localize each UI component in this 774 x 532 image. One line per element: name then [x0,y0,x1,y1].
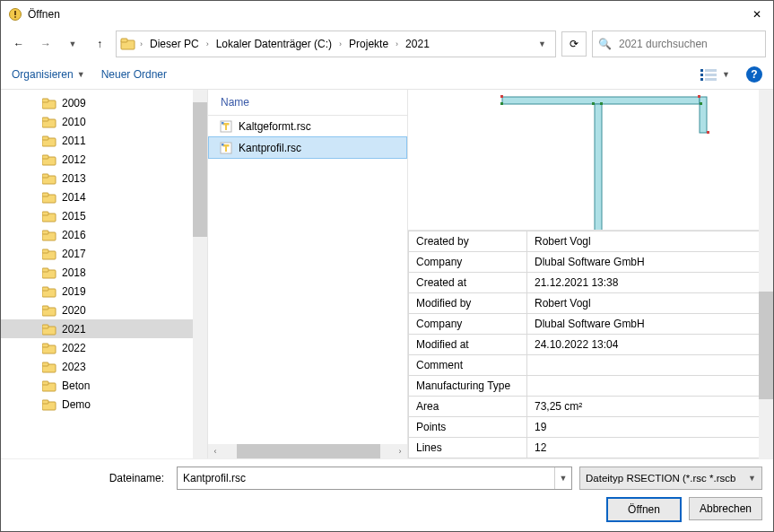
refresh-button[interactable]: ⟳ [561,31,587,57]
tree-item[interactable]: Demo [1,395,207,414]
cancel-button[interactable]: Abbrechen [689,497,762,520]
breadcrumb-segment[interactable]: 2021 [402,36,433,52]
detail-label: Manufacturing Type [409,376,527,397]
address-bar[interactable]: › Dieser PC › Lokaler Datenträger (C:) ›… [116,31,556,57]
detail-row: Created at21.12.2021 13:38 [409,273,773,293]
new-folder-button[interactable]: Neuer Ordner [101,68,167,81]
organize-menu[interactable]: Organisieren ▼ [12,68,85,81]
folder-icon [42,285,57,298]
breadcrumb-segment[interactable]: Projekte [345,36,392,52]
folder-tree: 2009201020112012201320142015201620172018… [1,90,208,458]
detail-value [527,376,773,397]
tree-item[interactable]: 2015 [1,206,207,225]
breadcrumb-segment[interactable]: Lokaler Datenträger (C:) [213,36,335,52]
tree-item-label: 2010 [62,116,86,128]
chevron-right-icon[interactable]: › [204,39,211,48]
detail-row: CompanyDlubal Software GmbH [409,252,773,273]
svg-point-2 [14,16,16,18]
folder-icon [42,342,57,354]
detail-value: 19 [527,417,773,438]
svg-rect-36 [42,325,48,328]
detail-value: Robert Vogl [527,293,773,314]
svg-rect-1 [14,11,16,15]
forward-button[interactable]: → [35,33,57,55]
svg-rect-54 [595,104,602,231]
svg-rect-63 [600,102,603,105]
tree-item[interactable]: 2022 [1,338,207,357]
view-options-button[interactable]: ▼ [700,68,730,81]
folder-icon [42,135,57,147]
tree-item[interactable]: 2014 [1,188,207,206]
scroll-right-icon[interactable]: › [393,444,407,458]
nav-row: ← → ▼ ↑ › Dieser PC › Lokaler Datenträge… [1,28,773,60]
open-button[interactable]: Öffnen [606,497,682,522]
search-input[interactable] [617,37,760,51]
breadcrumb-segment[interactable]: Dieser PC [146,36,203,52]
file-item[interactable]: Kantprofil.rsc [208,136,407,159]
file-item[interactable]: Kaltgeformt.rsc [208,116,407,136]
chevron-right-icon[interactable]: › [337,39,344,48]
tree-item[interactable]: 2018 [1,263,207,282]
tree-item[interactable]: 2012 [1,150,207,169]
scroll-left-icon[interactable]: ‹ [208,444,222,458]
back-button[interactable]: ← [8,33,30,55]
svg-rect-56 [500,95,503,98]
svg-rect-26 [42,231,48,234]
tree-item[interactable]: 2023 [1,357,207,376]
tree-item[interactable]: 2016 [1,225,207,244]
filename-dropdown[interactable]: ▼ [554,467,571,489]
svg-rect-32 [42,287,48,291]
tree-item[interactable]: Beton [1,376,207,395]
filename-input[interactable] [178,472,554,484]
file-list-header[interactable]: Name [208,90,407,116]
up-button[interactable]: ↑ [89,33,110,55]
detail-label: Created at [409,273,527,293]
tree-item-label: 2014 [62,191,86,204]
filename-combobox[interactable]: ▼ [177,467,572,490]
svg-rect-5 [700,69,703,72]
filetype-label: Dateityp RSECTION (*.rsc *.rscb [586,473,735,484]
search-box[interactable]: 🔍 [592,31,766,57]
close-icon[interactable]: ✕ [748,5,766,23]
chevron-right-icon[interactable]: › [394,39,400,48]
tree-item[interactable]: 2019 [1,282,207,301]
svg-rect-57 [698,95,700,98]
open-dialog: Öffnen ✕ ← → ▼ ↑ › Dieser PC › Lokaler D… [0,0,774,532]
tree-scrollbar-thumb[interactable] [193,102,207,237]
chevron-down-icon: ▼ [748,474,756,483]
folder-icon [42,116,57,128]
address-dropdown[interactable]: ▼ [533,39,552,48]
folder-icon [42,191,57,204]
svg-rect-51 [225,146,227,152]
tree-item[interactable]: 2020 [1,301,207,319]
preview-scrollbar[interactable] [759,90,773,458]
svg-rect-16 [42,136,48,140]
chevron-right-icon[interactable]: › [138,39,144,48]
detail-label: Points [409,417,527,438]
tree-item[interactable]: 2013 [1,169,207,188]
detail-value [527,355,773,376]
preview-scrollbar-thumb[interactable] [759,292,773,399]
file-list-hscrollbar-thumb[interactable] [237,444,380,458]
tree-item-label: Demo [62,398,91,411]
search-icon: 🔍 [598,38,612,50]
recent-dropdown[interactable]: ▼ [62,33,83,55]
filetype-combobox[interactable]: Dateityp RSECTION (*.rsc *.rscb ▼ [579,467,762,490]
tree-item[interactable]: 2011 [1,131,207,150]
tree-item[interactable]: 2021 [1,319,207,338]
tree-item[interactable]: 2017 [1,244,207,263]
svg-rect-44 [42,400,48,404]
tree-item-label: 2020 [62,304,86,317]
chevron-down-icon: ▼ [722,70,730,79]
file-list-hscrollbar[interactable]: ‹ › [208,444,407,458]
svg-rect-12 [42,99,48,102]
dialog-footer: Dateiname: ▼ Dateityp RSECTION (*.rsc *.… [1,458,773,531]
rsc-file-icon [219,119,233,134]
svg-rect-4 [121,39,127,42]
tree-item[interactable]: 2010 [1,112,207,131]
detail-label: Comment [409,355,527,376]
svg-rect-64 [700,102,702,105]
detail-value: 12 [527,438,773,458]
help-button[interactable]: ? [746,66,762,83]
tree-item[interactable]: 2009 [1,93,207,112]
